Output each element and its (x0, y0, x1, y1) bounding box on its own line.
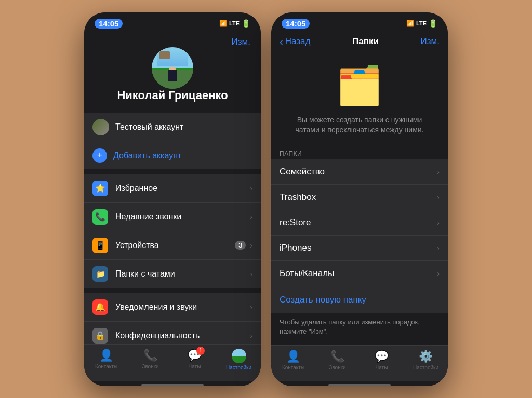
settings-tab-label: Настройки (226, 365, 251, 370)
battery-icon-2: 🔋 (429, 19, 437, 28)
folder-chevron-semeystvo: › (437, 168, 440, 176)
folder-name-trashbox: Trashbox (280, 192, 437, 202)
folders-chevron: › (250, 270, 252, 278)
status-bar-2: 14:05 📶 LTE 🔋 (271, 12, 448, 32)
status-time-1: 14:05 (95, 19, 123, 29)
back-label: Назад (285, 36, 311, 47)
settings-group-1: ⭐ Избранное › 📞 Недавние звонки › 📱 Устр… (84, 174, 261, 288)
back-button[interactable]: ‹ Назад (280, 36, 310, 48)
folders-section-header: ПАПКИ (271, 146, 448, 159)
settings-item-privacy[interactable]: 🔒 Конфиденциальность › (84, 322, 261, 344)
chats-tab-label: Чаты (189, 364, 201, 369)
notifications-icon: 🔔 (92, 299, 108, 315)
phone-1: 14:05 📶 LTE 🔋 Изм. (84, 12, 261, 386)
signal-icon-2: 📶 (406, 20, 414, 27)
folder-chevron-bots: › (437, 269, 440, 278)
account-name: Тестовый аккаунт (115, 122, 183, 132)
settings-item-notifications[interactable]: 🔔 Уведомления и звуки › (84, 293, 261, 322)
tab-settings[interactable]: Настройки (217, 349, 261, 370)
nav-bar: ‹ Назад Папки Изм. (271, 32, 448, 53)
nav-edit-button[interactable]: Изм. (421, 36, 440, 47)
status-time-2: 14:05 (282, 19, 310, 29)
settings-group-2: 🔔 Уведомления и звуки › 🔒 Конфиденциальн… (84, 293, 261, 344)
tab2-contacts-label: Контакты (282, 365, 304, 370)
add-icon: + (92, 148, 107, 163)
add-account-item[interactable]: + Добавить аккаунт (84, 142, 261, 169)
folder-name-semeystvo: Семейство (280, 167, 437, 177)
folder-item-semeystvo[interactable]: Семейство › (271, 159, 448, 185)
status-bar-1: 14:05 📶 LTE 🔋 (84, 12, 261, 32)
avatar (152, 47, 193, 89)
hint-text: Чтобы удалить папку или изменить порядок… (271, 313, 448, 345)
folder-chevron-iphones: › (437, 244, 440, 252)
phone-2: 14:05 📶 LTE 🔋 ‹ Назад Папки Изм. (271, 12, 448, 386)
devices-badge: 3 (235, 241, 246, 250)
folder-item-restore[interactable]: re:Store › (271, 210, 448, 236)
contacts-tab-label: Контакты (95, 364, 117, 369)
tab-chats[interactable]: 💬 1 Чаты (172, 349, 217, 370)
folder-description: Вы можете создать папки с нужными чатами… (271, 113, 448, 146)
favorites-label: Избранное (115, 184, 250, 193)
folders-icon: 📁 (92, 266, 108, 282)
folder-illustration: 🗂️ (271, 53, 448, 113)
calls-label: Недавние звонки (115, 212, 250, 222)
privacy-label: Конфиденциальность (115, 331, 250, 340)
account-item[interactable]: Тестовый аккаунт (84, 113, 261, 142)
user-name: Николай Грицаенко (117, 89, 228, 102)
tab2-chats-icon: 💬 (375, 350, 389, 363)
lte-label-2: LTE (416, 20, 427, 26)
folder-chevron-trashbox: › (437, 193, 440, 201)
folder-item-trashbox[interactable]: Trashbox › (271, 185, 448, 210)
contacts-tab-icon: 👤 (99, 349, 113, 362)
folders-content: 🗂️ Вы можете создать папки с нужными чат… (271, 53, 448, 345)
create-folder-text: Создать новую папку (280, 295, 366, 305)
folder-item-bots[interactable]: Боты/Каналы › (271, 261, 448, 286)
tab2-chats-label: Чаты (376, 365, 388, 370)
battery-icon-1: 🔋 (242, 19, 250, 28)
account-avatar (92, 119, 109, 135)
folder-name-iphones: iPhones (280, 243, 437, 253)
edit-button-top[interactable]: Изм. (232, 37, 250, 47)
tab2-contacts[interactable]: 👤 Контакты (271, 350, 315, 370)
tab2-settings-label: Настройки (413, 365, 438, 370)
devices-label: Устройства (115, 241, 235, 250)
tab-contacts[interactable]: 👤 Контакты (84, 349, 128, 370)
tab2-chats[interactable]: 💬 Чаты (360, 350, 404, 370)
add-account-text: Добавить аккаунт (113, 151, 181, 160)
chats-badge: 1 (196, 347, 205, 355)
signal-icon-1: 📶 (219, 20, 227, 27)
calls-chevron: › (250, 213, 252, 221)
folder-name-restore: re:Store (280, 217, 437, 228)
home-indicator-2 (328, 384, 391, 386)
profile-section: Изм. Николай Грицаенко (84, 32, 261, 113)
tab2-calls[interactable]: 📞 Звонки (315, 350, 360, 370)
tab-bar-1: 👤 Контакты 📞 Звонки 💬 1 Чаты (84, 344, 261, 381)
folder-item-iphones[interactable]: iPhones › (271, 236, 448, 261)
privacy-icon: 🔒 (92, 328, 108, 344)
tab-calls[interactable]: 📞 Звонки (128, 349, 172, 370)
devices-chevron: › (250, 241, 252, 250)
folder-name-bots: Боты/Каналы (280, 268, 437, 279)
folders-list: Семейство › Trashbox › re:Store › iPhone… (271, 159, 448, 286)
status-icons-2: 📶 LTE 🔋 (406, 19, 437, 28)
notifications-chevron: › (250, 303, 252, 311)
accounts-section: Тестовый аккаунт + Добавить аккаунт (84, 113, 261, 169)
nav-title: Папки (352, 36, 379, 47)
lte-label-1: LTE (229, 20, 240, 26)
create-folder-button[interactable]: Создать новую папку (271, 286, 448, 313)
tab2-settings[interactable]: ⚙️ Настройки (404, 350, 448, 370)
favorites-chevron: › (250, 184, 252, 193)
favorites-icon: ⭐ (92, 181, 108, 196)
settings-item-favorites[interactable]: ⭐ Избранное › (84, 174, 261, 203)
folder-chevron-restore: › (437, 218, 440, 227)
tab2-contacts-icon: 👤 (286, 350, 300, 363)
status-icons-1: 📶 LTE 🔋 (219, 19, 250, 28)
phones-container: 14:05 📶 LTE 🔋 Изм. (84, 12, 448, 386)
folder-emoji: 🗂️ (336, 63, 383, 107)
settings-item-folders[interactable]: 📁 Папки с чатами › (84, 260, 261, 288)
settings-item-devices[interactable]: 📱 Устройства 3 › (84, 231, 261, 260)
chats-icon-container: 💬 1 (188, 349, 202, 362)
tab-bar-2: 👤 Контакты 📞 Звонки 💬 Чаты ⚙️ Настройки (271, 345, 448, 381)
settings-item-calls[interactable]: 📞 Недавние звонки › (84, 203, 261, 231)
tab2-settings-icon: ⚙️ (419, 350, 433, 363)
